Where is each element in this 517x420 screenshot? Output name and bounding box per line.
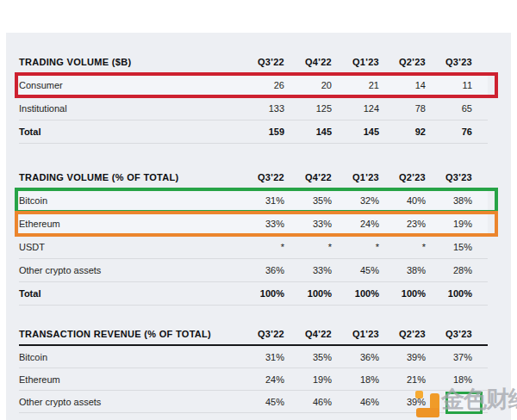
- cell: 92: [395, 127, 441, 137]
- cell: 38%: [441, 195, 488, 206]
- cell: *: [300, 242, 347, 252]
- row-label: Other crypto assets: [19, 265, 252, 275]
- cell: 24%: [347, 219, 395, 229]
- financial-table-panel: TRADING VOLUME ($B) Q3'22 Q4'22 Q1'23 Q2…: [6, 33, 511, 420]
- row-label: Ethereum: [19, 374, 252, 385]
- cell: *: [252, 242, 300, 252]
- row-label: Other crypto assets: [19, 397, 252, 407]
- table-row-consumer: Consumer 26 20 21 14 11: [19, 74, 488, 97]
- table-row-other-crypto: Other crypto assets 36% 33% 45% 38% 28%: [19, 259, 488, 282]
- section-title: TRADING VOLUME (% OF TOTAL): [19, 172, 252, 188]
- cell: 20: [300, 80, 347, 90]
- section-title: TRADING VOLUME ($B): [19, 57, 252, 72]
- column-header: Q4'22: [300, 172, 347, 188]
- cell: 11: [441, 80, 488, 90]
- row-label: Ethereum: [19, 219, 252, 229]
- cell: 39%: [395, 397, 441, 407]
- cell: 19%: [300, 374, 347, 385]
- column-header: Q1'23: [347, 172, 395, 188]
- column-header: Q3'22: [252, 329, 300, 344]
- table-row-bitcoin: Bitcoin 31% 35% 32% 40% 38%: [19, 189, 488, 213]
- cell: *: [395, 242, 441, 252]
- cell: 33%: [300, 219, 347, 229]
- row-label: Total: [19, 288, 252, 299]
- section-trading-volume-pct: TRADING VOLUME (% OF TOTAL) Q3'22 Q4'22 …: [19, 169, 488, 306]
- column-header: Q3'23: [441, 57, 488, 72]
- cell: 23%: [395, 219, 441, 229]
- cell: 46%: [300, 397, 347, 407]
- cell: 36%: [252, 265, 300, 275]
- column-header: Q2'23: [395, 57, 441, 72]
- column-header: Q1'23: [347, 329, 395, 344]
- cell: 32%: [347, 195, 395, 206]
- cell: 31%: [252, 195, 300, 206]
- cell: 37%: [441, 352, 488, 362]
- cell: 100%: [347, 288, 395, 299]
- cell: 33%: [300, 265, 347, 275]
- cell: 45%: [252, 397, 300, 407]
- cell: 145: [347, 127, 395, 137]
- column-header: Q3'22: [252, 172, 300, 188]
- row-label: Bitcoin: [19, 195, 252, 206]
- cell: 76: [441, 127, 488, 137]
- cell: 124: [347, 103, 395, 114]
- cell: 31%: [252, 352, 300, 362]
- table-header-row: TRADING VOLUME (% OF TOTAL) Q3'22 Q4'22 …: [19, 169, 488, 189]
- cell: 125: [300, 103, 347, 114]
- table-row-bitcoin: Bitcoin 31% 35% 36% 39% 37%: [19, 346, 488, 368]
- table-row-other-crypto: Other crypto assets 45% 46% 46% 39% 45%: [19, 391, 488, 413]
- cell: 100%: [252, 288, 300, 299]
- column-header: Q2'23: [395, 329, 441, 344]
- cell: 35%: [300, 352, 347, 362]
- cell: 21%: [395, 374, 441, 385]
- cell: 65: [441, 103, 488, 114]
- table-row-total: Total 100% 100% 100% 100% 100%: [19, 282, 488, 306]
- row-label: Bitcoin: [19, 352, 252, 362]
- cell: 46%: [347, 397, 395, 407]
- cell: 45%: [441, 397, 488, 407]
- row-label: Institutional: [19, 103, 252, 114]
- column-header: Q4'22: [300, 57, 347, 72]
- row-label: USDT: [19, 242, 252, 252]
- cell: 35%: [300, 195, 347, 206]
- table-row-ethereum: Ethereum 24% 19% 18% 21% 18%: [19, 368, 488, 391]
- column-header: Q4'22: [300, 329, 347, 344]
- table-header-row: TRADING VOLUME ($B) Q3'22 Q4'22 Q1'23 Q2…: [19, 53, 488, 74]
- cell: 18%: [347, 374, 395, 385]
- table-row-ethereum: Ethereum 33% 33% 24% 23% 19%: [19, 213, 488, 236]
- cell: 38%: [395, 265, 441, 275]
- column-header: Q3'23: [441, 329, 488, 344]
- section-title: TRANSACTION REVENUE (% OF TOTAL): [19, 329, 252, 344]
- cell: 21: [347, 80, 395, 90]
- cell: 18%: [441, 374, 488, 385]
- cell: *: [347, 242, 395, 252]
- section-trading-volume-b: TRADING VOLUME ($B) Q3'22 Q4'22 Q1'23 Q2…: [19, 53, 488, 144]
- cell: 133: [252, 103, 300, 114]
- cell: 28%: [441, 265, 488, 275]
- cell: 14: [395, 80, 441, 90]
- column-header: Q2'23: [395, 172, 441, 188]
- table-row-total: Total 159 145 145 92 76: [19, 120, 488, 144]
- cell: 78: [395, 103, 441, 114]
- cell: 24%: [252, 374, 300, 385]
- column-header: Q3'22: [252, 57, 300, 72]
- cell: 36%: [347, 352, 395, 362]
- cell: 100%: [395, 288, 441, 299]
- row-label: Consumer: [19, 80, 252, 90]
- cell: 39%: [395, 352, 441, 362]
- table-row-usdt: USDT * * * * 15%: [19, 236, 488, 259]
- column-header: Q1'23: [347, 57, 395, 72]
- table-header-row: TRANSACTION REVENUE (% OF TOTAL) Q3'22 Q…: [19, 325, 488, 346]
- cell: 26: [252, 80, 300, 90]
- cell: 19%: [441, 219, 488, 229]
- table-row-institutional: Institutional 133 125 124 78 65: [19, 97, 488, 120]
- cell: 100%: [441, 288, 488, 299]
- cell: 100%: [300, 288, 347, 299]
- cell: 40%: [395, 195, 441, 206]
- cell: 159: [252, 127, 300, 137]
- cell: 145: [300, 127, 347, 137]
- row-label: Total: [19, 127, 252, 137]
- column-header: Q3'23: [441, 172, 488, 188]
- cell: 15%: [441, 242, 488, 252]
- cell: 33%: [252, 219, 300, 229]
